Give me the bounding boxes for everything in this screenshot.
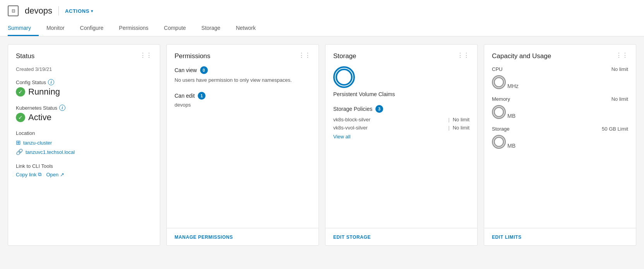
app-icon: ⊡: [8, 5, 19, 16]
cluster-link[interactable]: ⊞ tanzu-cluster: [16, 139, 152, 146]
pvc-zero-ring: [333, 66, 355, 88]
memory-unit: MB: [507, 113, 516, 119]
policy-name-1: vk8s-block-silver: [333, 117, 445, 122]
status-card-header: Status ⋮⋮: [16, 52, 152, 60]
pvc-count-display: [333, 66, 469, 88]
svg-point-0: [336, 69, 352, 85]
capacity-title: Capacity and Usage: [492, 52, 551, 60]
permissions-card: Permissions ⋮⋮ Can view 0 No users have …: [166, 44, 319, 246]
capacity-card-body: Capacity and Usage ⋮⋮ CPU No limit MHz: [484, 45, 636, 228]
pvc-label: Persistent Volume Claims: [333, 91, 469, 97]
cpu-row: CPU No limit MHz: [492, 66, 628, 89]
capacity-card-footer: EDIT LIMITS: [484, 228, 636, 245]
permissions-card-body: Permissions ⋮⋮ Can view 0 No users have …: [167, 45, 319, 228]
storage-unit: MB: [507, 143, 516, 149]
page-header: ⊡ devops ACTIONS ▾ Summary Monitor Confi…: [0, 0, 644, 36]
cpu-limit: No limit: [611, 66, 628, 74]
permissions-card-header: Permissions ⋮⋮: [175, 52, 311, 60]
can-edit-section: Can edit 1 devops: [175, 92, 311, 108]
storage-card-footer: EDIT STORAGE: [325, 228, 477, 245]
tab-permissions[interactable]: Permissions: [111, 21, 156, 36]
config-status-value: ✓ Running: [16, 87, 152, 97]
vcenter-icon: 🔗: [16, 148, 23, 155]
capacity-card-header: Capacity and Usage ⋮⋮: [492, 52, 628, 60]
content-area: Status ⋮⋮ Created 3/19/21 Config Status …: [0, 36, 644, 253]
header-divider: [58, 6, 59, 16]
drag-handle-icon[interactable]: ⋮⋮: [457, 52, 469, 59]
tab-monitor[interactable]: Monitor: [39, 21, 72, 36]
k8s-status-value: ✓ Active: [16, 112, 152, 122]
can-view-header: Can view 0: [175, 66, 311, 74]
memory-limit: No limit: [611, 96, 628, 103]
policy-limit-1: No limit: [453, 117, 469, 122]
storage-card: Storage ⋮⋮ Persistent Volume Claims Stor…: [325, 44, 478, 246]
edit-limits-button[interactable]: EDIT LIMITS: [492, 235, 522, 240]
cluster-icon: ⊞: [16, 139, 21, 146]
memory-label: Memory: [492, 96, 510, 102]
policy-row-1: vk8s-block-silver | No limit: [333, 117, 469, 122]
tab-network[interactable]: Network: [228, 21, 263, 36]
cpu-zero-ring: [492, 75, 506, 89]
running-check-icon: ✓: [16, 87, 25, 97]
open-link-btn[interactable]: Open ↗: [46, 171, 64, 178]
cli-label: Link to CLI Tools: [16, 163, 152, 169]
permissions-card-footer: MANAGE PERMISSIONS: [167, 228, 319, 245]
storage-capacity-row: Storage 50 GB Limit MB: [492, 126, 628, 149]
policy-limit-2: No limit: [453, 125, 469, 131]
memory-zero-ring: [492, 105, 506, 119]
permissions-title: Permissions: [175, 52, 211, 60]
tab-configure[interactable]: Configure: [72, 21, 111, 36]
storage-capacity-limit: 50 GB Limit: [602, 126, 628, 133]
app-title: devops: [25, 6, 52, 16]
policy-name-2: vk8s-vvol-silver: [333, 125, 445, 131]
vcenter-link[interactable]: 🔗 tanzuvc1.techsol.local: [16, 148, 152, 155]
cpu-label: CPU: [492, 66, 502, 72]
can-view-badge: 0: [200, 66, 208, 74]
tab-storage[interactable]: Storage: [194, 21, 228, 36]
nav-tabs: Summary Monitor Configure Permissions Co…: [8, 21, 636, 36]
storage-zero-ring: [492, 135, 506, 149]
can-view-desc: No users have permission to only view na…: [175, 76, 311, 84]
header-top: ⊡ devops ACTIONS ▾: [8, 5, 636, 16]
active-check-icon: ✓: [16, 113, 25, 122]
copy-link-btn[interactable]: Copy link ⧉: [16, 171, 41, 178]
storage-policies-badge: 3: [375, 105, 383, 113]
view-all-link[interactable]: View all: [333, 134, 469, 140]
cpu-unit: MHz: [507, 83, 519, 89]
storage-title: Storage: [333, 52, 356, 60]
storage-card-header: Storage ⋮⋮: [333, 52, 469, 60]
config-status-info-icon[interactable]: i: [48, 79, 54, 85]
actions-button[interactable]: ACTIONS ▾: [65, 8, 93, 14]
k8s-status-info-icon[interactable]: i: [59, 105, 65, 111]
status-title: Status: [16, 52, 34, 60]
can-edit-user: devops: [175, 102, 311, 108]
capacity-card: Capacity and Usage ⋮⋮ CPU No limit MHz: [484, 44, 636, 246]
tab-compute[interactable]: Compute: [156, 21, 194, 36]
config-status-label: Config Status i: [16, 79, 152, 85]
copy-icon: ⧉: [38, 171, 41, 178]
drag-handle-icon[interactable]: ⋮⋮: [298, 52, 311, 59]
status-card: Status ⋮⋮ Created 3/19/21 Config Status …: [8, 44, 160, 246]
svg-point-2: [494, 107, 504, 117]
svg-point-3: [494, 137, 504, 147]
k8s-status-label: Kubernetes Status i: [16, 105, 152, 111]
tab-summary[interactable]: Summary: [8, 21, 39, 36]
drag-handle-icon[interactable]: ⋮⋮: [140, 52, 152, 59]
chevron-down-icon: ▾: [91, 9, 93, 13]
policy-row-2: vk8s-vvol-silver | No limit: [333, 125, 469, 131]
external-link-icon: ↗: [60, 172, 64, 178]
storage-policies-header: Storage Policies 3: [333, 105, 469, 113]
location-label: Location: [16, 130, 152, 136]
can-view-section: Can view 0 No users have permission to o…: [175, 66, 311, 84]
can-edit-header: Can edit 1: [175, 92, 311, 100]
cli-section: Link to CLI Tools Copy link ⧉ Open ↗: [16, 163, 152, 178]
edit-storage-button[interactable]: EDIT STORAGE: [333, 235, 371, 240]
svg-point-1: [494, 78, 504, 87]
storage-card-body: Storage ⋮⋮ Persistent Volume Claims Stor…: [325, 45, 477, 228]
can-edit-badge: 1: [198, 92, 206, 100]
status-card-body: Status ⋮⋮ Created 3/19/21 Config Status …: [8, 45, 160, 245]
cli-actions: Copy link ⧉ Open ↗: [16, 171, 152, 178]
manage-permissions-button[interactable]: MANAGE PERMISSIONS: [175, 235, 233, 240]
drag-handle-icon[interactable]: ⋮⋮: [616, 52, 628, 59]
storage-capacity-label: Storage: [492, 126, 510, 132]
